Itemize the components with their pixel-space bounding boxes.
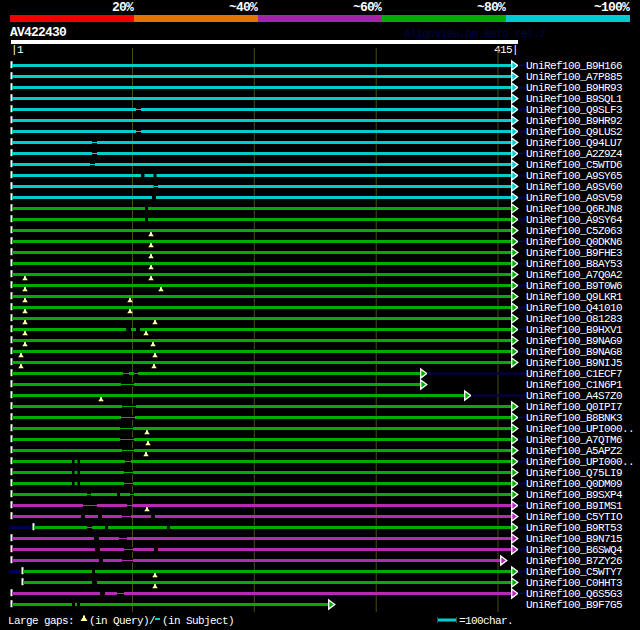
svg-text:~80%: ~80% <box>477 0 506 15</box>
svg-text:(in Subject): (in Subject) <box>162 615 234 627</box>
svg-text:AlignView.pm Beta rel.7: AlignView.pm Beta rel.7 <box>404 28 545 40</box>
svg-text:~100%: ~100% <box>594 0 630 15</box>
svg-text:Large gaps:: Large gaps: <box>8 615 74 627</box>
svg-text:~40%: ~40% <box>229 0 258 15</box>
svg-text:20%: 20% <box>112 0 134 15</box>
svg-text:|1: |1 <box>11 44 24 56</box>
svg-text:(in Query)/: (in Query)/ <box>89 615 155 627</box>
svg-text:=100char.: =100char. <box>459 615 513 627</box>
svg-text:~60%: ~60% <box>353 0 382 15</box>
svg-text:AV422430: AV422430 <box>10 25 67 40</box>
svg-text:UniRef100_B9F7G5: UniRef100_B9F7G5 <box>526 599 622 611</box>
